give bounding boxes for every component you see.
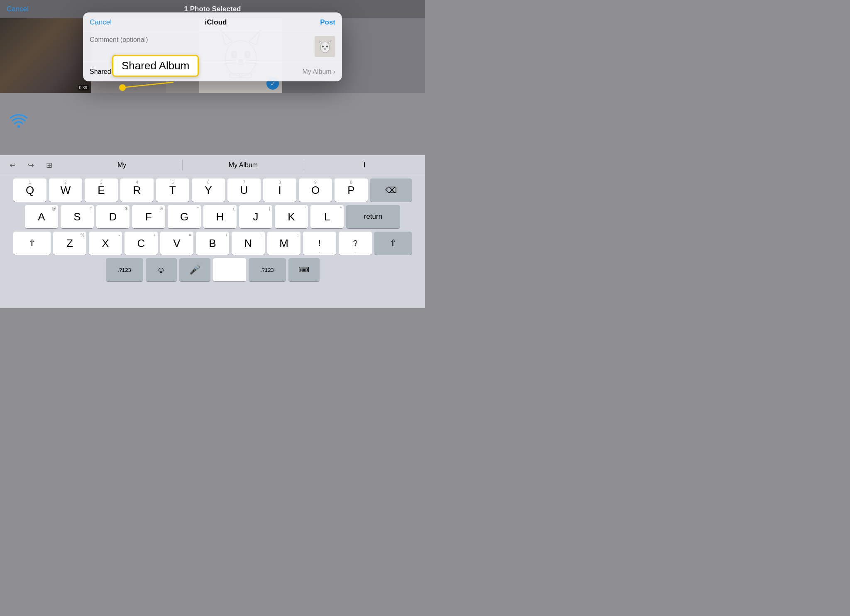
key-m[interactable]: :M	[267, 232, 300, 255]
svg-marker-17	[327, 40, 331, 44]
paste-button[interactable]: ⊞	[42, 158, 56, 173]
key-k[interactable]: 'K	[275, 205, 308, 228]
top-bar-cancel-button[interactable]: Cancel	[7, 5, 29, 13]
key-v[interactable]: =V	[160, 232, 193, 255]
key-row-3: ⇧ %Z -X +C =V /B ;N :M !. ?. ⇧	[2, 232, 423, 255]
video-badge: 0:39	[78, 85, 89, 90]
modal-header: Cancel iCloud Post	[83, 12, 342, 31]
shift-right-key[interactable]: ⇧	[374, 232, 412, 255]
key-p[interactable]: 0P	[335, 178, 368, 202]
key-h[interactable]: (H	[203, 205, 237, 228]
album-chevron-icon: ›	[333, 68, 335, 76]
key-r[interactable]: 4R	[120, 178, 154, 202]
middle-area	[0, 93, 425, 147]
delete-key[interactable]: ⌫	[370, 178, 412, 202]
key-t[interactable]: 5T	[156, 178, 189, 202]
photo-table[interactable]: 0:39	[0, 18, 91, 93]
keyboard-area: ↩ ↪ ⊞ My My Album I 1Q 2W 3E 4R 5T 6Y 7U…	[0, 155, 425, 308]
keyboard-dismiss-key[interactable]: ⌨	[288, 258, 320, 281]
key-w[interactable]: 2W	[49, 178, 82, 202]
modal-title: iCloud	[205, 18, 227, 27]
album-value: My Album	[302, 68, 331, 76]
undo-button[interactable]: ↩	[5, 158, 20, 173]
key-l[interactable]: "L	[310, 205, 344, 228]
svg-point-18	[322, 46, 324, 48]
keyboard-rows: 1Q 2W 3E 4R 5T 6Y 7U 8I 9O 0P ⌫ @A #S $D…	[0, 175, 425, 283]
key-x[interactable]: -X	[89, 232, 122, 255]
shift-left-key[interactable]: ⇧	[13, 232, 51, 255]
key-b[interactable]: /B	[196, 232, 229, 255]
key-z[interactable]: %Z	[53, 232, 86, 255]
top-bar-title: 1 Photo Selected	[184, 5, 241, 13]
redo-button[interactable]: ↪	[23, 158, 38, 173]
key-exclaim[interactable]: !.	[303, 232, 336, 255]
key-s[interactable]: #S	[61, 205, 94, 228]
key-o[interactable]: 9O	[299, 178, 332, 202]
callout-text: Shared Album	[122, 59, 189, 72]
key-i[interactable]: 8I	[263, 178, 296, 202]
comment-input[interactable]	[90, 36, 315, 44]
key-u[interactable]: 7U	[227, 178, 261, 202]
table-image	[0, 18, 91, 93]
wifi-icon	[8, 110, 29, 130]
key-c[interactable]: +C	[125, 232, 158, 255]
svg-point-14	[17, 125, 20, 128]
key-row-1: 1Q 2W 3E 4R 5T 6Y 7U 8I 9O 0P ⌫	[2, 178, 423, 202]
predictive-words: My My Album I	[61, 160, 425, 171]
key-d[interactable]: $D	[96, 205, 129, 228]
num-left-key[interactable]: .?123	[106, 258, 143, 281]
svg-point-19	[326, 46, 328, 48]
space-key[interactable]	[213, 258, 246, 281]
key-e[interactable]: 3E	[85, 178, 118, 202]
key-j[interactable]: )J	[239, 205, 272, 228]
return-key[interactable]: return	[346, 205, 400, 228]
predictive-row: ↩ ↪ ⊞ My My Album I	[0, 155, 425, 175]
pred-word-3[interactable]: I	[304, 160, 425, 171]
predictive-actions: ↩ ↪ ⊞	[0, 158, 61, 173]
emoji-key[interactable]: ☺	[146, 258, 177, 281]
key-question[interactable]: ?.	[339, 232, 372, 255]
num-right-key[interactable]: .?123	[249, 258, 286, 281]
key-g[interactable]: *G	[168, 205, 201, 228]
svg-point-20	[324, 49, 326, 50]
callout-box: Shared Album	[112, 55, 199, 77]
pred-word-2[interactable]: My Album	[183, 160, 304, 171]
key-y[interactable]: 6Y	[192, 178, 225, 202]
modal-cancel-button[interactable]: Cancel	[90, 18, 112, 27]
key-a[interactable]: @A	[25, 205, 58, 228]
key-row-2: @A #S $D &F *G (H )J 'K "L return	[2, 205, 423, 228]
key-f[interactable]: &F	[132, 205, 165, 228]
svg-marker-16	[319, 40, 322, 44]
modal-post-button[interactable]: Post	[320, 18, 335, 27]
thumbnail-preview	[315, 36, 335, 57]
key-row-4: .?123 ☺ 🎤 .?123 ⌨	[2, 258, 423, 281]
pred-word-1[interactable]: My	[61, 160, 183, 171]
key-n[interactable]: ;N	[232, 232, 265, 255]
mic-key[interactable]: 🎤	[179, 258, 210, 281]
key-q[interactable]: 1Q	[13, 178, 46, 202]
